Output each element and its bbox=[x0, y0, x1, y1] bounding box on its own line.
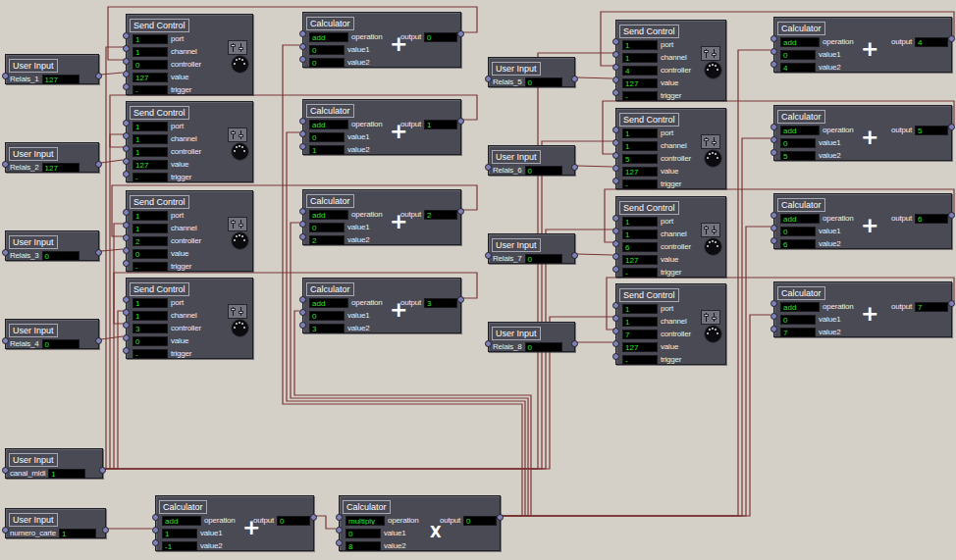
input-value-box[interactable]: 0 bbox=[525, 166, 562, 176]
operation-value-box[interactable]: add bbox=[780, 214, 820, 224]
value1-input-port[interactable] bbox=[299, 221, 306, 228]
value2-box[interactable]: 5 bbox=[780, 151, 816, 161]
value2-box[interactable]: 6 bbox=[780, 239, 816, 249]
operation-input-port[interactable] bbox=[770, 300, 777, 307]
operation-input-port[interactable] bbox=[299, 296, 306, 303]
send-control-3[interactable]: Send Control1port1channel2controller0val… bbox=[126, 190, 253, 272]
value-value-box[interactable]: 0 bbox=[133, 336, 168, 346]
value2-box[interactable]: 7 bbox=[780, 328, 816, 337]
value2-input-port[interactable] bbox=[299, 56, 306, 63]
value1-box[interactable]: 0 bbox=[309, 132, 345, 142]
output-port[interactable] bbox=[948, 35, 955, 42]
port-value-box[interactable]: 1 bbox=[622, 40, 658, 50]
send-control-2[interactable]: Send Control1port1channel1controller127v… bbox=[126, 101, 253, 182]
value-input-port[interactable] bbox=[123, 334, 130, 341]
send-control-5[interactable]: Send Control1port1channel4controller127v… bbox=[615, 20, 726, 101]
port-input-port[interactable] bbox=[612, 302, 619, 309]
trigger-input-port[interactable] bbox=[612, 89, 619, 96]
channel-input-port[interactable] bbox=[123, 132, 130, 139]
controller-value-box[interactable]: 6 bbox=[622, 242, 658, 252]
input-value-box[interactable]: 0 bbox=[42, 251, 80, 261]
port-value-box[interactable]: 1 bbox=[622, 128, 658, 138]
channel-input-port[interactable] bbox=[612, 228, 619, 234]
user-input-relais-1[interactable]: User InputRelais_1127 bbox=[5, 54, 99, 84]
controller-input-port[interactable] bbox=[123, 145, 130, 152]
port-value-box[interactable]: 1 bbox=[133, 211, 168, 221]
calculator-3[interactable]: Calculatoraddoperationoutput20value12val… bbox=[302, 189, 461, 245]
output-value-box[interactable]: 0 bbox=[424, 32, 457, 42]
trigger-input-port[interactable] bbox=[123, 171, 130, 178]
calculator-8[interactable]: Calculatoraddoperationoutput70value17val… bbox=[773, 281, 952, 337]
value1-input-port[interactable] bbox=[770, 313, 777, 320]
controller-value-box[interactable]: 3 bbox=[133, 324, 168, 333]
trigger-value-box[interactable]: - bbox=[622, 91, 658, 101]
output-value-box[interactable]: 0 bbox=[463, 516, 497, 526]
input-port[interactable] bbox=[2, 161, 9, 168]
output-value-box[interactable]: 3 bbox=[424, 298, 457, 308]
output-port[interactable] bbox=[571, 76, 578, 82]
operation-input-port[interactable] bbox=[336, 514, 343, 521]
calculator-4[interactable]: Calculatoraddoperationoutput30value13val… bbox=[302, 278, 461, 333]
input-port[interactable] bbox=[2, 73, 9, 79]
trigger-value-box[interactable]: - bbox=[133, 349, 168, 359]
controller-input-port[interactable] bbox=[123, 322, 130, 329]
value2-input-port[interactable] bbox=[336, 539, 343, 546]
output-port[interactable] bbox=[457, 30, 464, 37]
output-port[interactable] bbox=[457, 296, 464, 303]
user-input-numero-carte[interactable]: User Inputnumero_carte1 bbox=[5, 508, 106, 538]
trigger-input-port[interactable] bbox=[123, 260, 130, 267]
calculator-6[interactable]: Calculatoraddoperationoutput50value15val… bbox=[773, 105, 952, 161]
output-port[interactable] bbox=[95, 73, 102, 79]
controller-input-port[interactable] bbox=[123, 234, 130, 241]
channel-value-box[interactable]: 1 bbox=[133, 47, 168, 57]
value2-input-port[interactable] bbox=[770, 149, 777, 156]
user-input-relais-6[interactable]: User InputRelais_60 bbox=[488, 145, 575, 176]
trigger-input-port[interactable] bbox=[612, 266, 619, 273]
port-input-port[interactable] bbox=[612, 38, 619, 45]
calculator-10[interactable]: Calculatormultiplyoperationoutput00value… bbox=[339, 495, 501, 551]
trigger-input-port[interactable] bbox=[123, 347, 130, 354]
value1-box[interactable]: 0 bbox=[309, 311, 345, 321]
channel-input-port[interactable] bbox=[612, 315, 619, 322]
port-input-port[interactable] bbox=[123, 296, 130, 303]
input-value-box[interactable]: 1 bbox=[59, 529, 96, 538]
operation-value-box[interactable]: add bbox=[162, 516, 201, 526]
port-value-box[interactable]: 1 bbox=[133, 298, 168, 308]
operation-input-port[interactable] bbox=[152, 514, 159, 521]
output-port[interactable] bbox=[497, 514, 504, 521]
channel-value-box[interactable]: 1 bbox=[622, 53, 658, 63]
value2-input-port[interactable] bbox=[770, 237, 777, 244]
calculator-7[interactable]: Calculatoraddoperationoutput60value16val… bbox=[773, 193, 952, 249]
output-port[interactable] bbox=[95, 161, 102, 168]
value2-box[interactable]: -1 bbox=[162, 541, 197, 551]
operation-input-port[interactable] bbox=[299, 30, 306, 37]
user-input-relais-8[interactable]: User InputRelais_80 bbox=[488, 322, 575, 352]
user-input-relais-3[interactable]: User InputRelais_30 bbox=[5, 230, 99, 261]
input-port[interactable] bbox=[2, 249, 9, 256]
calculator-2[interactable]: Calculatoraddoperationoutput10value11val… bbox=[302, 99, 461, 155]
output-value-box[interactable]: 1 bbox=[424, 120, 457, 129]
channel-value-box[interactable]: 1 bbox=[133, 311, 168, 321]
controller-input-port[interactable] bbox=[123, 58, 130, 65]
port-value-box[interactable]: 1 bbox=[622, 217, 658, 227]
channel-input-port[interactable] bbox=[612, 51, 619, 58]
trigger-value-box[interactable]: - bbox=[622, 268, 658, 278]
controller-value-box[interactable]: 7 bbox=[622, 330, 658, 339]
port-value-box[interactable]: 1 bbox=[133, 34, 168, 44]
controller-input-port[interactable] bbox=[612, 152, 619, 159]
value1-box[interactable]: 0 bbox=[309, 223, 345, 232]
value-input-port[interactable] bbox=[123, 247, 130, 254]
channel-input-port[interactable] bbox=[612, 139, 619, 146]
value1-box[interactable]: 0 bbox=[345, 529, 381, 538]
output-port[interactable] bbox=[99, 467, 106, 474]
channel-input-port[interactable] bbox=[123, 222, 130, 229]
value2-box[interactable]: 4 bbox=[780, 63, 816, 73]
output-value-box[interactable]: 6 bbox=[915, 214, 948, 224]
output-port[interactable] bbox=[95, 249, 102, 256]
send-control-1[interactable]: Send Control1port1channel0controller127v… bbox=[126, 14, 253, 95]
channel-input-port[interactable] bbox=[123, 309, 130, 316]
value1-box[interactable]: 1 bbox=[162, 529, 197, 538]
value1-input-port[interactable] bbox=[770, 136, 777, 143]
value1-box[interactable]: 0 bbox=[309, 45, 345, 55]
send-control-7[interactable]: Send Control1port1channel6controller127v… bbox=[615, 196, 726, 278]
